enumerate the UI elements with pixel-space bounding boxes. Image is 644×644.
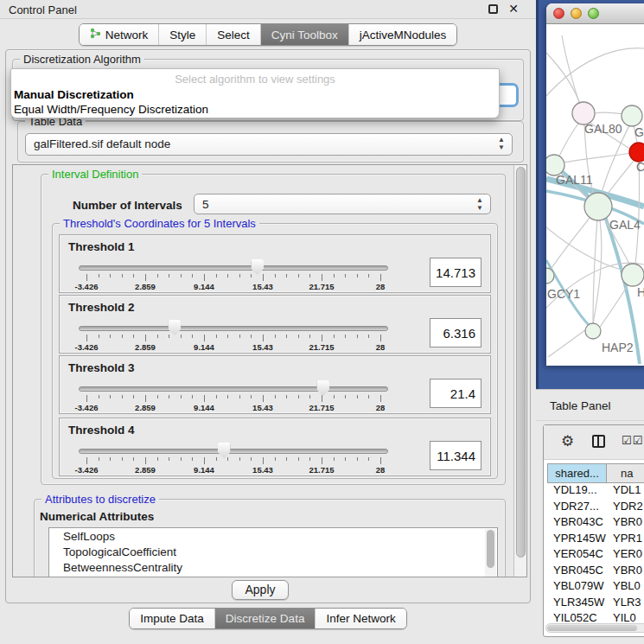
settings-vertical-scrollbar[interactable] <box>513 165 526 577</box>
table-cell: YBR045C <box>547 564 607 580</box>
spinner-icon: ▲▼ <box>475 196 484 212</box>
network-node[interactable] <box>622 105 642 126</box>
dropdown-option-manual[interactable]: Manual Discretization <box>14 88 134 101</box>
network-node-label: C <box>636 160 644 174</box>
thresholds-group: Threshold's Coordinates for 5 Intervals … <box>52 223 498 479</box>
interval-definition-group: Interval Definition Number of Intervals … <box>41 174 506 485</box>
right-panel: GAL80GAGAL11CGAL4GCY1HHAP2 Table Panel ⚙… <box>536 0 644 644</box>
table-panel-title: Table Panel <box>550 399 611 412</box>
table-data-combobox[interactable]: galFiltered.sif default node ▲▼ <box>25 133 513 156</box>
slider-thumb[interactable] <box>168 320 181 335</box>
tab-select[interactable]: Select <box>207 24 261 45</box>
network-node[interactable] <box>629 143 644 162</box>
network-node-label: GA <box>634 125 644 139</box>
network-node[interactable] <box>622 264 644 286</box>
threshold-4-panel: Threshold 4 -3.4262.8599.14415.4321.7152… <box>59 418 491 476</box>
table-header-row: shared... na <box>547 463 644 483</box>
network-window-titlebar[interactable] <box>546 3 644 24</box>
tab-infer-network[interactable]: Infer Network <box>316 609 405 628</box>
table-data-group: Table Data galFiltered.sif default node … <box>17 121 524 163</box>
table-cell: YIL052C <box>547 611 607 623</box>
table-row[interactable]: YER054CYER0 <box>547 547 644 564</box>
threshold-1-slider[interactable]: -3.4262.8599.14415.4321.71528 <box>79 263 388 289</box>
threshold-1-value-field[interactable] <box>430 258 481 287</box>
threshold-4-value-field[interactable] <box>430 441 481 470</box>
apply-button[interactable]: Apply <box>232 580 289 600</box>
list-item[interactable]: BetweennessCentrality <box>49 559 497 575</box>
network-node[interactable] <box>585 323 601 339</box>
column-header-name[interactable]: na <box>607 463 644 483</box>
float-window-icon[interactable] <box>488 4 498 14</box>
network-edge <box>546 48 644 96</box>
network-node-label: GAL80 <box>584 122 622 136</box>
slider-thumb[interactable] <box>218 443 231 458</box>
close-traffic-light[interactable] <box>553 8 564 19</box>
network-icon <box>90 28 101 41</box>
threshold-2-value-field[interactable] <box>430 318 481 348</box>
table-row[interactable]: YBR043CYBR0 <box>547 515 644 532</box>
numerical-attributes-heading: Numerical Attributes <box>40 510 154 523</box>
table-cell: YLR345W <box>547 596 607 612</box>
checkbox-icons[interactable]: ☑☑ <box>622 434 643 447</box>
tab-impute-data[interactable]: Impute Data <box>130 609 215 628</box>
minimize-traffic-light[interactable] <box>571 8 582 19</box>
panel-title: Control Panel <box>9 3 77 16</box>
table-cell: YDR27... <box>547 500 607 516</box>
network-canvas[interactable]: GAL80GAGAL11CGAL4GCY1HHAP2 <box>546 25 644 366</box>
table-toolbar: ⚙ ☑☑ <box>544 425 644 460</box>
table-cell: YDL1 <box>607 483 644 500</box>
slider-track[interactable] <box>79 265 388 271</box>
slider-scale-labels: -3.4262.8599.14415.4321.71528 <box>86 403 380 413</box>
list-item[interactable]: SelfLoops <box>49 528 497 544</box>
slider-scale-labels: -3.4262.8599.14415.4321.71528 <box>86 342 380 353</box>
threshold-3-value-field[interactable] <box>430 379 481 408</box>
table-row[interactable]: YIL052CYIL0 <box>547 611 644 623</box>
number-of-intervals-combobox[interactable]: 5 ▲▼ <box>194 194 491 214</box>
tab-discretize-data[interactable]: Discretize Data <box>215 609 316 628</box>
tab-network[interactable]: Network <box>80 24 160 45</box>
table-row[interactable]: YBL079WYBL0 <box>547 579 644 596</box>
gear-icon[interactable]: ⚙ <box>561 432 574 450</box>
zoom-traffic-light[interactable] <box>588 8 599 19</box>
numerical-attributes-list[interactable]: SelfLoopsTopologicalCoefficientBetweenne… <box>48 527 498 577</box>
threshold-4-slider[interactable]: -3.4262.8599.14415.4321.71528 <box>79 446 388 472</box>
split-columns-icon[interactable] <box>592 435 605 448</box>
table-row[interactable]: YDL19...YDL1 <box>547 483 644 500</box>
list-scrollbar[interactable] <box>485 529 496 577</box>
table-row[interactable]: YPR145WYPR1 <box>547 532 644 548</box>
network-node[interactable] <box>584 193 612 220</box>
table-row[interactable]: YLR345WYLR3 <box>547 596 644 612</box>
dropdown-option-equal-width[interactable]: Equal Width/Frequency Discretization <box>14 103 208 116</box>
column-header-shared-name[interactable]: shared... <box>547 463 607 483</box>
slider-track[interactable] <box>79 386 388 392</box>
threshold-2-slider[interactable]: -3.4262.8599.14415.4321.71528 <box>79 323 388 349</box>
slider-track[interactable] <box>79 326 388 331</box>
tab-jactivemnodules[interactable]: jActiveMNodules <box>349 24 457 45</box>
table-cell: YER0 <box>607 547 644 564</box>
algorithm-dropdown-popup: Select algorithm to view settings Manual… <box>10 68 500 118</box>
table-cell: YBR0 <box>607 564 644 580</box>
network-edge <box>558 153 631 163</box>
tab-style[interactable]: Style <box>159 24 207 45</box>
slider-thumb[interactable] <box>316 380 329 396</box>
tab-cyni-toolbox[interactable]: Cyni Toolbox <box>261 24 349 45</box>
table-cell: YPR145W <box>547 532 607 548</box>
group-label: Threshold's Coordinates for 5 Intervals <box>60 217 259 230</box>
top-tab-group: Network Style Select Cyni Toolbox jActiv… <box>79 23 458 46</box>
network-node-label: GCY1 <box>547 287 580 301</box>
list-item[interactable]: TopologicalCoefficient <box>49 544 497 559</box>
table-row[interactable]: YBR045CYBR0 <box>547 564 644 580</box>
table-row[interactable]: YDR27...YDR2 <box>547 500 644 516</box>
table-cell: YDR2 <box>607 500 644 516</box>
close-icon[interactable]: ✕ <box>508 2 519 16</box>
slider-scale-labels: -3.4262.8599.14415.4321.71528 <box>86 282 380 292</box>
table-cell: YBL079W <box>547 579 607 596</box>
slider-track[interactable] <box>79 449 388 454</box>
table-horizontal-scrollbar[interactable] <box>545 623 644 633</box>
table-cell: YPR1 <box>607 532 644 548</box>
slider-thumb[interactable] <box>251 259 264 275</box>
threshold-3-slider[interactable]: -3.4262.8599.14415.4321.71528 <box>79 384 388 410</box>
slider-ticks <box>86 335 380 341</box>
network-node-label: GAL4 <box>609 218 641 232</box>
table-panel-titlebar: Table Panel <box>536 389 644 421</box>
